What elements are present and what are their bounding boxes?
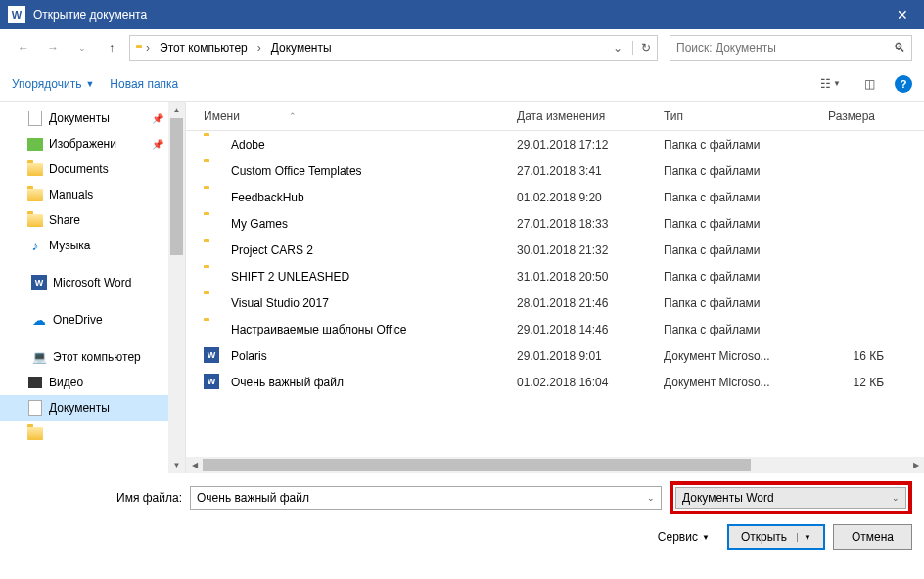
tree-item-onedrive[interactable]: ☁OneDrive (0, 307, 169, 333)
tree-item[interactable]: Изображени📌 (0, 131, 169, 156)
file-row[interactable]: Custom Office Templates27.01.2018 3:41Па… (186, 157, 924, 184)
breadcrumb-thispc[interactable]: Этот компьютер (160, 41, 248, 55)
new-folder-button[interactable]: Новая папка (110, 77, 178, 91)
open-split-dropdown[interactable]: ▼ (797, 533, 811, 542)
file-name: Настраиваемые шаблоны Office (231, 323, 517, 336)
file-name: Adobe (231, 138, 517, 152)
view-button[interactable]: ☷ ▼ (816, 75, 845, 93)
tools-button[interactable]: Сервис ▼ (658, 530, 710, 544)
file-row[interactable]: WPolaris29.01.2018 9:01Документ Microso.… (186, 342, 924, 369)
tree-item-label: Microsoft Word (53, 276, 131, 290)
scroll-thumb[interactable] (170, 118, 183, 255)
file-name: My Games (231, 217, 517, 231)
tree-item-word[interactable]: WMicrosoft Word (0, 270, 169, 295)
window-title: Открытие документа (33, 8, 880, 22)
column-type[interactable]: Тип (664, 110, 806, 123)
folder-icon (27, 212, 43, 228)
file-row[interactable]: Настраиваемые шаблоны Office29.01.2018 1… (186, 316, 924, 342)
doc-icon (27, 111, 43, 126)
search-input[interactable] (676, 41, 894, 55)
recent-dropdown[interactable]: ⌄ (70, 36, 94, 60)
tree-item-label: Этот компьютер (53, 350, 141, 364)
search-icon[interactable]: 🔍︎ (894, 41, 905, 55)
chevron-down-icon[interactable]: ⌄ (892, 493, 900, 503)
file-name: Polaris (231, 349, 517, 363)
file-row[interactable]: Project CARS 230.01.2018 21:32Папка с фа… (186, 237, 924, 263)
file-row[interactable]: FeedbackHub01.02.2018 9:20Папка с файлам… (186, 184, 924, 210)
scroll-left-icon[interactable]: ◀ (186, 457, 203, 473)
sidebar-scrollbar[interactable]: ▲ ▼ (168, 102, 185, 473)
back-button[interactable]: ← (12, 36, 35, 60)
tree-item[interactable]: Share (0, 207, 169, 233)
file-type: Документ Microso... (664, 349, 806, 363)
breadcrumb-documents[interactable]: Документы (271, 41, 332, 55)
word-icon: W (204, 347, 221, 365)
tree-item-label: Видео (49, 376, 83, 389)
filter-value: Документы Word (682, 491, 892, 505)
scroll-thumb[interactable] (203, 459, 751, 471)
folder-icon (204, 294, 221, 312)
column-headers: Имени Дата изменения Тип Размера (186, 102, 924, 131)
file-row[interactable]: Visual Studio 201728.01.2018 21:46Папка … (186, 290, 924, 316)
filename-label: Имя файла: (12, 491, 182, 505)
tree-item-thispc[interactable]: 💻Этот компьютер (0, 344, 169, 370)
address-dropdown[interactable]: ⌄ (609, 41, 626, 55)
tree-item-label: Документы (49, 111, 110, 125)
column-size[interactable]: Размера (806, 110, 884, 123)
search-box[interactable]: 🔍︎ (670, 35, 912, 61)
column-name[interactable]: Имени (204, 110, 517, 123)
chevron-right-icon[interactable]: › (146, 41, 150, 55)
chevron-down-icon[interactable]: ⌄ (647, 493, 655, 503)
file-date: 31.01.2018 20:50 (517, 270, 664, 284)
tree-item[interactable]: Manuals (0, 182, 169, 207)
chevron-down-icon: ▼ (702, 533, 710, 542)
folder-icon (204, 136, 221, 154)
file-row[interactable]: SHIFT 2 UNLEASHED31.01.2018 20:50Папка с… (186, 263, 924, 290)
file-date: 28.01.2018 21:46 (517, 296, 664, 310)
file-name: SHIFT 2 UNLEASHED (231, 270, 517, 284)
nav-bar: ← → ⌄ ↑ › Этот компьютер › Документы ⌄ ↻… (0, 29, 924, 67)
refresh-button[interactable]: ↻ (632, 41, 651, 55)
filename-combo[interactable]: Очень важный файл ⌄ (190, 486, 662, 510)
tree-item[interactable]: ♪Музыка (0, 233, 169, 258)
tree-item[interactable]: Документы📌 (0, 106, 169, 131)
scroll-down-icon[interactable]: ▼ (168, 457, 185, 473)
file-type: Папка с файлами (664, 164, 806, 178)
file-date: 27.01.2018 18:33 (517, 217, 664, 231)
organize-button[interactable]: Упорядочить ▼ (12, 77, 94, 91)
file-type: Папка с файлами (664, 217, 806, 231)
open-button[interactable]: Открыть▼ (727, 524, 825, 550)
file-row[interactable]: WОчень важный файл01.02.2018 16:04Докуме… (186, 369, 924, 395)
file-name: Custom Office Templates (231, 164, 517, 178)
word-icon: W (204, 374, 221, 391)
file-type-filter[interactable]: Документы Word ⌄ (675, 487, 906, 509)
folder-icon (204, 189, 221, 206)
address-bar[interactable]: › Этот компьютер › Документы ⌄ ↻ (129, 35, 658, 61)
column-date[interactable]: Дата изменения (517, 110, 664, 123)
forward-button: → (41, 36, 65, 60)
footer: Имя файла: Очень важный файл ⌄ Документы… (0, 473, 924, 561)
file-type: Документ Microso... (664, 376, 806, 389)
chevron-right-icon[interactable]: › (257, 41, 261, 55)
tree-item[interactable]: Documents (0, 156, 169, 182)
preview-pane-button[interactable]: ◫ (860, 75, 879, 93)
onedrive-icon: ☁ (31, 312, 47, 328)
help-button[interactable]: ? (895, 75, 912, 93)
scroll-right-icon[interactable]: ▶ (907, 457, 924, 473)
file-row[interactable]: Adobe29.01.2018 17:12Папка с файлами (186, 131, 924, 157)
tree-item[interactable] (0, 421, 169, 446)
horizontal-scrollbar[interactable]: ◀ ▶ (186, 457, 924, 473)
tree-item-documents[interactable]: Документы (0, 395, 169, 421)
tree-item-label: Музыка (49, 239, 90, 252)
tree-item-video[interactable]: Видео (0, 370, 169, 395)
file-row[interactable]: My Games27.01.2018 18:33Папка с файлами (186, 210, 924, 237)
chevron-down-icon: ▼ (85, 79, 94, 89)
scroll-up-icon[interactable]: ▲ (168, 102, 185, 118)
word-app-icon: W (8, 6, 25, 23)
pc-icon: 💻 (31, 349, 47, 365)
cancel-button[interactable]: Отмена (833, 524, 912, 550)
up-button[interactable]: ↑ (100, 36, 123, 60)
tree-item-label: Manuals (49, 188, 93, 201)
close-button[interactable]: ✕ (880, 0, 924, 29)
pin-icon: 📌 (152, 113, 163, 124)
